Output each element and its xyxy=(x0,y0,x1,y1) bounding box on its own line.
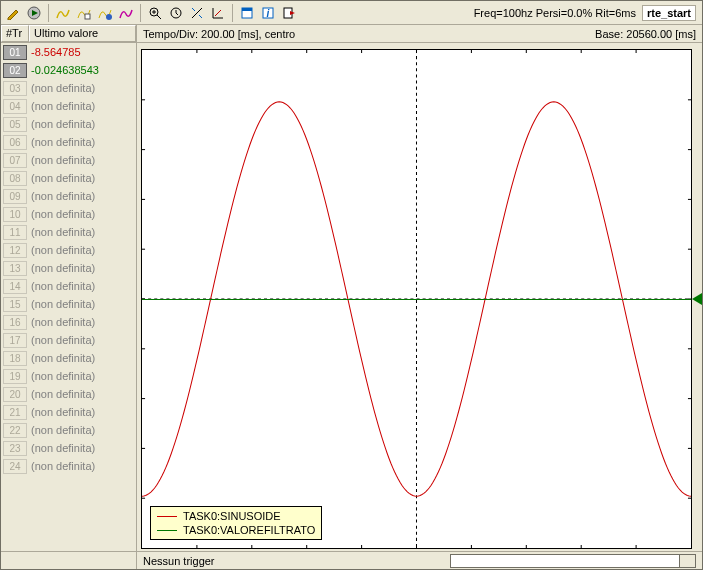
track-value: (non definita) xyxy=(31,280,95,292)
base-time-label: Base: 20560.00 [ms] xyxy=(595,28,696,40)
track-select-button[interactable]: 22 xyxy=(3,423,27,438)
track-select-button[interactable]: 10 xyxy=(3,207,27,222)
info-icon[interactable]: i xyxy=(258,3,278,23)
track-row: 07(non definita) xyxy=(1,151,136,169)
track-select-button[interactable]: 07 xyxy=(3,153,27,168)
window-icon[interactable] xyxy=(237,3,257,23)
track-row: 15(non definita) xyxy=(1,295,136,313)
track-row: 01-8.564785 xyxy=(1,43,136,61)
svg-rect-1 xyxy=(85,14,90,19)
track-row: 14(non definita) xyxy=(1,277,136,295)
track-value: (non definita) xyxy=(31,154,95,166)
track-row: 24(non definita) xyxy=(1,457,136,475)
track-select-button[interactable]: 01 xyxy=(3,45,27,60)
track-value: (non definita) xyxy=(31,370,95,382)
track-value: (non definita) xyxy=(31,388,95,400)
svg-line-10 xyxy=(199,15,202,18)
track-select-button[interactable]: 05 xyxy=(3,117,27,132)
history-icon[interactable] xyxy=(166,3,186,23)
progress-container xyxy=(450,554,696,568)
timebase-label: Tempo/Div: 200.00 [ms], centro xyxy=(143,28,295,40)
track-value: (non definita) xyxy=(31,190,95,202)
track-value: (non definita) xyxy=(31,172,95,184)
track-row: 04(non definita) xyxy=(1,97,136,115)
plot-area[interactable]: TASK0:SINUSOIDE TASK0:VALOREFILTRATO xyxy=(141,49,692,549)
track-row: 16(non definita) xyxy=(1,313,136,331)
track-value: -0.024638543 xyxy=(31,64,99,76)
separator xyxy=(140,4,141,22)
pencil-icon[interactable] xyxy=(3,3,23,23)
track-select-button[interactable]: 19 xyxy=(3,369,27,384)
track-select-button[interactable]: 16 xyxy=(3,315,27,330)
svg-line-13 xyxy=(215,10,221,16)
track-select-button[interactable]: 21 xyxy=(3,405,27,420)
progress-bar[interactable] xyxy=(450,554,680,568)
track-row: 02-0.024638543 xyxy=(1,61,136,79)
status-left-spacer xyxy=(1,552,137,569)
track-row: 11(non definita) xyxy=(1,223,136,241)
header-row: #Tr Ultimo valore Tempo/Div: 200.00 [ms]… xyxy=(1,25,702,43)
legend: TASK0:SINUSOIDE TASK0:VALOREFILTRATO xyxy=(150,506,322,540)
track-select-button[interactable]: 09 xyxy=(3,189,27,204)
track-header: #Tr Ultimo valore xyxy=(1,25,137,42)
track-select-button[interactable]: 17 xyxy=(3,333,27,348)
progress-button[interactable] xyxy=(680,554,696,568)
svg-line-4 xyxy=(157,15,161,19)
legend-label-1: TASK0:SINUSOIDE xyxy=(183,510,281,522)
axes-icon[interactable] xyxy=(208,3,228,23)
track-value: (non definita) xyxy=(31,406,95,418)
track-row: 20(non definita) xyxy=(1,385,136,403)
track-select-button[interactable]: 13 xyxy=(3,261,27,276)
track-select-button[interactable]: 18 xyxy=(3,351,27,366)
chart-config-icon[interactable] xyxy=(74,3,94,23)
track-value: (non definita) xyxy=(31,226,95,238)
track-select-button[interactable]: 20 xyxy=(3,387,27,402)
track-row: 12(non definita) xyxy=(1,241,136,259)
track-select-button[interactable]: 02 xyxy=(3,63,27,78)
track-select-button[interactable]: 11 xyxy=(3,225,27,240)
track-select-button[interactable]: 04 xyxy=(3,99,27,114)
track-value: (non definita) xyxy=(31,208,95,220)
separator xyxy=(232,4,233,22)
track-select-button[interactable]: 23 xyxy=(3,441,27,456)
play-icon[interactable] xyxy=(24,3,44,23)
exit-icon[interactable] xyxy=(279,3,299,23)
cursor-measure-icon[interactable] xyxy=(187,3,207,23)
track-select-button[interactable]: 03 xyxy=(3,81,27,96)
acquisition-status: Freq=100hz Persi=0.0% Rit=6ms xyxy=(474,7,636,19)
track-value: (non definita) xyxy=(31,262,95,274)
track-row: 05(non definita) xyxy=(1,115,136,133)
zoom-in-icon[interactable] xyxy=(145,3,165,23)
track-select-button[interactable]: 06 xyxy=(3,135,27,150)
track-value: (non definita) xyxy=(31,460,95,472)
track-row: 09(non definita) xyxy=(1,187,136,205)
track-select-button[interactable]: 08 xyxy=(3,171,27,186)
toolbar: i Freq=100hz Persi=0.0% Rit=6ms rte_star… xyxy=(1,1,702,25)
track-row: 13(non definita) xyxy=(1,259,136,277)
track-row: 22(non definita) xyxy=(1,421,136,439)
track-value: (non definita) xyxy=(31,244,95,256)
trigger-status: Nessun trigger xyxy=(143,555,215,567)
track-select-button[interactable]: 12 xyxy=(3,243,27,258)
trace-marker-green[interactable] xyxy=(692,293,702,305)
track-row: 03(non definita) xyxy=(1,79,136,97)
track-select-button[interactable]: 14 xyxy=(3,279,27,294)
track-value: (non definita) xyxy=(31,118,95,130)
track-row: 21(non definita) xyxy=(1,403,136,421)
col-last-value[interactable]: Ultimo valore xyxy=(29,25,136,42)
col-track-num[interactable]: #Tr xyxy=(1,25,29,42)
track-panel: 01-8.56478502-0.02463854303(non definita… xyxy=(1,43,137,551)
track-select-button[interactable]: 24 xyxy=(3,459,27,474)
svg-text:i: i xyxy=(267,8,270,19)
track-value: (non definita) xyxy=(31,316,95,328)
track-value: (non definita) xyxy=(31,136,95,148)
chart-yellow-icon[interactable] xyxy=(53,3,73,23)
chart-blue-icon[interactable] xyxy=(95,3,115,23)
chart-magenta-icon[interactable] xyxy=(116,3,136,23)
track-value: (non definita) xyxy=(31,100,95,112)
track-select-button[interactable]: 15 xyxy=(3,297,27,312)
track-value: (non definita) xyxy=(31,442,95,454)
track-value: (non definita) xyxy=(31,334,95,346)
track-value: (non definita) xyxy=(31,424,95,436)
status-bar: Nessun trigger xyxy=(1,551,702,569)
